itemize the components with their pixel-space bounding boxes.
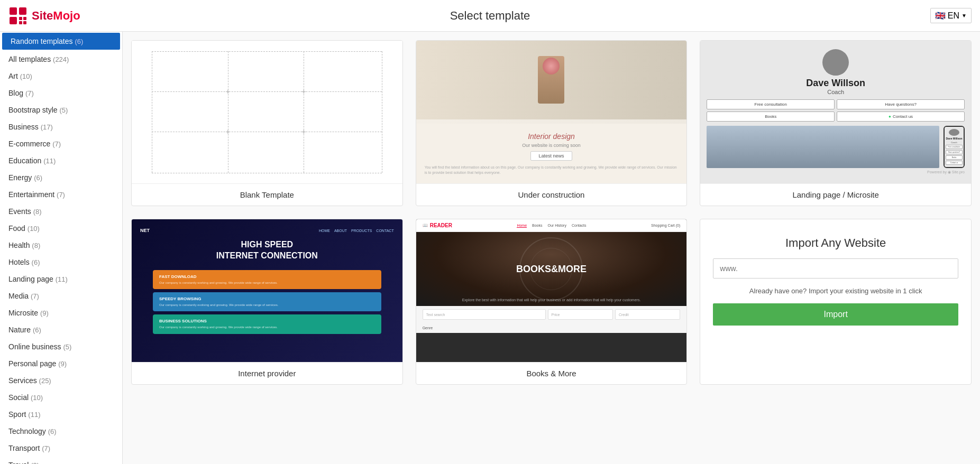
phone-name: Dave Willson xyxy=(946,137,962,140)
phone-btn-4: Contact us xyxy=(946,161,963,165)
sidebar-item-energy[interactable]: Energy (6) xyxy=(0,169,122,186)
dave-btn-2: Have questions? xyxy=(837,99,965,109)
page-title: Select template xyxy=(450,9,530,23)
sidebar-item-travel[interactable]: Travel (9) xyxy=(0,457,122,464)
phone-avatar xyxy=(949,129,959,136)
sidebar-item-count: (9) xyxy=(58,360,67,368)
sidebar-item-entertainment[interactable]: Entertainment (7) xyxy=(0,186,122,203)
phone-btn-1: Free consultation xyxy=(946,145,963,149)
sidebar-item-health[interactable]: Health (8) xyxy=(0,237,122,254)
import-url-input[interactable] xyxy=(713,258,958,279)
dave-role: Coach xyxy=(827,89,844,95)
template-label-blank: Blank Template xyxy=(132,183,402,206)
svg-rect-0 xyxy=(10,7,17,15)
sidebar-item-microsite[interactable]: Microsite (9) xyxy=(0,304,122,321)
logo-area: SiteMojo xyxy=(8,6,80,25)
internet-card-2: SPEEDY BROWSING Our company is constantl… xyxy=(153,292,381,311)
card-3-text: Our company is constantly working and gr… xyxy=(159,325,375,329)
sidebar-item-business[interactable]: Business (17) xyxy=(0,118,122,135)
books-logo-area: 📖 READER xyxy=(423,222,452,228)
sidebar-item-label: Sport xyxy=(8,410,26,419)
phone-btn-2: Have questions? xyxy=(946,150,963,154)
sidebar-item-art[interactable]: Art (10) xyxy=(0,68,122,85)
lang-selector[interactable]: 🇬🇧 EN ▼ xyxy=(930,8,972,23)
phone-screen: Dave Willson Coach Free consultation Hav… xyxy=(945,127,964,167)
sidebar-item-sport[interactable]: Sport (11) xyxy=(0,406,122,423)
internet-nav-links: HOME ABOUT PRODUCTS CONTACT xyxy=(319,229,394,233)
sidebar-item-online-business[interactable]: Online business (5) xyxy=(0,338,122,355)
sidebar-item-bootstrap-style[interactable]: Bootstrap style (5) xyxy=(0,101,122,118)
sidebar-item-count: (8) xyxy=(32,242,40,249)
sidebar-item-label: E-commerce xyxy=(8,140,50,148)
sidebar-item-social[interactable]: Social (10) xyxy=(0,389,122,406)
dave-buttons: Free consultation Have questions? Books … xyxy=(707,99,965,122)
sidebar-item-count: (11) xyxy=(56,275,68,283)
grid-line xyxy=(152,91,382,92)
powered-by: Powered by ◉ Site.pro xyxy=(927,170,965,174)
interior-sub: Our website is coming soon xyxy=(522,143,581,148)
sidebar-item-count: (6) xyxy=(75,38,83,45)
sidebar: Random templates (6)All templates (224)A… xyxy=(0,32,123,464)
books-hero: BOOKS&MORE Explore the best with informa… xyxy=(416,232,687,306)
sidebar-item-count: (5) xyxy=(63,343,72,351)
interior-preview: Interior design Our website is coming so… xyxy=(416,41,687,183)
books-header: 📖 READER Home Books Our History Contacts… xyxy=(416,219,687,232)
nav-home: Home xyxy=(517,224,527,228)
template-card-books[interactable]: 📖 READER Home Books Our History Contacts… xyxy=(416,219,688,385)
sidebar-item-e-commerce[interactable]: E-commerce (7) xyxy=(0,135,122,152)
internet-logo: NET xyxy=(140,228,150,233)
books-search-area: Text search Price Credit xyxy=(416,306,687,323)
plus-icon: + xyxy=(226,87,230,96)
sidebar-item-count: (9) xyxy=(31,461,39,464)
import-subtitle: Already have one? Import your existing w… xyxy=(749,287,922,295)
template-card-blank[interactable]: + + + + Blank Template xyxy=(131,40,403,206)
import-button[interactable]: Import xyxy=(713,303,958,326)
sidebar-item-count: (7) xyxy=(52,140,61,148)
template-preview-internet: NET HOME ABOUT PRODUCTS CONTACT HIGH SPE… xyxy=(132,219,402,362)
sidebar-item-transport[interactable]: Transport (7) xyxy=(0,440,122,457)
sidebar-item-label: Business xyxy=(8,123,39,131)
interior-content: Interior design Our website is coming so… xyxy=(416,124,687,184)
grid-line xyxy=(152,51,152,173)
template-label-books: Books & More xyxy=(416,362,687,384)
sidebar-item-events[interactable]: Events (8) xyxy=(0,203,122,220)
sidebar-item-label: Education xyxy=(8,156,41,165)
grid-line xyxy=(304,51,304,173)
sidebar-item-education[interactable]: Education (11) xyxy=(0,152,122,169)
sidebar-item-media[interactable]: Media (7) xyxy=(0,287,122,304)
sidebar-item-label: Food xyxy=(8,224,25,233)
sidebar-item-random-templates[interactable]: Random templates (6) xyxy=(2,33,120,50)
sidebar-item-all-templates[interactable]: All templates (224) xyxy=(0,51,122,68)
sidebar-item-landing-page[interactable]: Landing page (11) xyxy=(0,271,122,287)
sidebar-item-count: (11) xyxy=(28,411,40,419)
sitemojo-logo-icon xyxy=(8,6,28,25)
sidebar-item-services[interactable]: Services (25) xyxy=(0,372,122,389)
template-card-under-construction[interactable]: Interior design Our website is coming so… xyxy=(416,40,688,206)
logo-mojo: Mojo xyxy=(53,9,80,22)
interior-title: Interior design xyxy=(528,132,575,141)
price-input: Price xyxy=(548,309,613,320)
sidebar-item-label: Social xyxy=(8,393,29,402)
dave-btn-1: Free consultation xyxy=(707,99,835,109)
nav-contacts: Contacts xyxy=(572,224,587,228)
plus-icon: + xyxy=(301,87,306,96)
sidebar-item-technology[interactable]: Technology (6) xyxy=(0,423,122,440)
svg-rect-1 xyxy=(10,17,17,24)
svg-rect-6 xyxy=(23,21,26,24)
template-label-under-construction: Under construction xyxy=(416,183,687,206)
sidebar-item-label: Entertainment xyxy=(8,190,54,199)
internet-preview: NET HOME ABOUT PRODUCTS CONTACT HIGH SPE… xyxy=(132,219,402,362)
sidebar-item-nature[interactable]: Nature (6) xyxy=(0,321,122,338)
nav-link-3: PRODUCTS xyxy=(351,229,372,233)
sidebar-item-hotels[interactable]: Hotels (6) xyxy=(0,254,122,271)
sidebar-item-count: (10) xyxy=(31,394,43,402)
sidebar-item-personal-page[interactable]: Personal page (9) xyxy=(0,355,122,372)
sidebar-item-blog[interactable]: Blog (7) xyxy=(0,85,122,101)
template-card-internet[interactable]: NET HOME ABOUT PRODUCTS CONTACT HIGH SPE… xyxy=(131,219,403,385)
svg-point-7 xyxy=(829,53,842,66)
sidebar-item-count: (8) xyxy=(33,208,42,216)
sidebar-item-label: Microsite xyxy=(8,309,38,317)
template-label-internet: Internet provider xyxy=(132,362,402,384)
template-card-landing-microsite[interactable]: Dave Willson Coach Free consultation Hav… xyxy=(700,40,972,206)
sidebar-item-food[interactable]: Food (10) xyxy=(0,220,122,237)
